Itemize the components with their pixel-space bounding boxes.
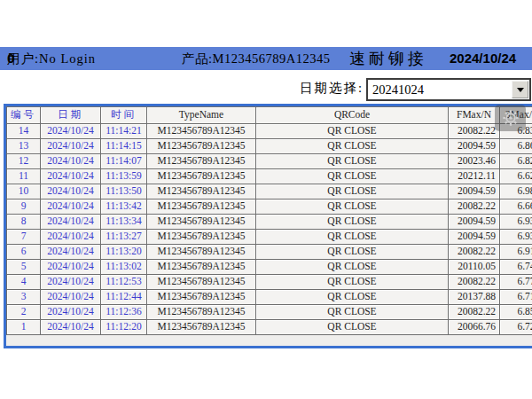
cell-id: 5	[7, 260, 41, 275]
cell-date: 2024/10/24	[41, 200, 101, 215]
table-row[interactable]: 62024/10/2411:13:20M123456789A12345QR CL…	[7, 245, 532, 260]
cell-id: 10	[7, 184, 41, 200]
cell-time: 11:12:20	[101, 320, 147, 335]
cell-time: 11:13:27	[101, 230, 147, 245]
table-row[interactable]: 72024/10/2411:13:27M123456789A12345QR CL…	[7, 230, 532, 245]
cell-type: M123456789A12345	[147, 230, 256, 245]
cell-type: M123456789A12345	[147, 305, 256, 320]
cell-time: 11:13:20	[101, 245, 147, 260]
table-row[interactable]: 22024/10/2411:12:36M123456789A12345QR CL…	[7, 305, 532, 320]
cell-smax: 6.93	[500, 230, 532, 245]
app-window: 0 用户:No Login 产品:M123456789A12345 速耐铆接 2…	[0, 0, 532, 399]
table-row[interactable]: 132024/10/2411:14:15M123456789A12345QR C…	[7, 139, 532, 154]
cell-date: 2024/10/24	[41, 245, 101, 260]
date-combobox-value: 20241024	[368, 80, 512, 99]
table-header-row: 编号日期时间TypeNameQRCodeFMax/NSMax/mm	[7, 107, 532, 124]
cell-date: 2024/10/24	[41, 320, 101, 335]
cell-qrcode: QR CLOSE	[256, 305, 449, 320]
cell-type: M123456789A12345	[147, 184, 256, 200]
cell-id: 9	[7, 200, 41, 215]
cell-fmax: 20023.46	[449, 154, 500, 169]
cell-id: 14	[7, 124, 41, 139]
cell-smax: 6.72	[500, 320, 532, 335]
cell-time: 11:12:36	[101, 305, 147, 320]
cell-fmax: 20094.59	[449, 215, 500, 230]
table-row[interactable]: 142024/10/2411:14:21M123456789A12345QR C…	[7, 124, 532, 139]
cell-qrcode: QR CLOSE	[256, 275, 449, 290]
date-combobox[interactable]: 20241024	[366, 78, 531, 101]
cell-date: 2024/10/24	[41, 169, 101, 184]
cell-fmax: 20082.22	[449, 305, 500, 320]
cell-fmax: 20212.11	[449, 169, 500, 184]
column-header-type[interactable]: TypeName	[147, 107, 256, 124]
cell-fmax: 20110.05	[449, 260, 500, 275]
cell-time: 11:13:50	[101, 184, 147, 200]
combobox-dropdown-button[interactable]	[512, 81, 528, 98]
cell-smax: 6.74	[500, 260, 532, 275]
table-row[interactable]: 92024/10/2411:13:42M123456789A12345QR CL…	[7, 200, 532, 215]
cell-smax: 6.62	[500, 169, 532, 184]
table-row[interactable]: 82024/10/2411:13:34M123456789A12345QR CL…	[7, 215, 532, 230]
gear-icon	[495, 105, 526, 131]
cell-qrcode: QR CLOSE	[256, 260, 449, 275]
product-label: 产品:M123456789A12345	[182, 47, 330, 70]
cell-fmax: 20082.22	[449, 245, 500, 260]
cell-smax: 6.93	[500, 215, 532, 230]
cell-id: 7	[7, 230, 41, 245]
cell-qrcode: QR CLOSE	[256, 124, 449, 139]
cell-type: M123456789A12345	[147, 200, 256, 215]
cell-qrcode: QR CLOSE	[256, 184, 449, 200]
column-header-qrcode[interactable]: QRCode	[256, 107, 449, 124]
cell-qrcode: QR CLOSE	[256, 169, 449, 184]
column-header-id[interactable]: 编号	[7, 107, 41, 124]
table-row[interactable]: 102024/10/2411:13:50M123456789A12345QR C…	[7, 184, 532, 200]
cell-id: 8	[7, 215, 41, 230]
cell-type: M123456789A12345	[147, 290, 256, 305]
table-row[interactable]: 52024/10/2411:13:02M123456789A12345QR CL…	[7, 260, 532, 275]
records-grid: 编号日期时间TypeNameQRCodeFMax/NSMax/mm 142024…	[6, 106, 532, 335]
table-row[interactable]: 12024/10/2411:12:20M123456789A12345QR CL…	[7, 320, 532, 335]
cell-type: M123456789A12345	[147, 169, 256, 184]
cell-date: 2024/10/24	[41, 305, 101, 320]
cell-qrcode: QR CLOSE	[256, 290, 449, 305]
column-header-time[interactable]: 时间	[101, 107, 147, 124]
cell-date: 2024/10/24	[41, 290, 101, 305]
cell-type: M123456789A12345	[147, 245, 256, 260]
cell-fmax: 20082.22	[449, 200, 500, 215]
cell-date: 2024/10/24	[41, 230, 101, 245]
cell-time: 11:13:59	[101, 169, 147, 184]
app-title: 速耐铆接	[349, 47, 427, 70]
cell-smax: 6.82	[500, 154, 532, 169]
cell-time: 11:12:44	[101, 290, 147, 305]
cell-smax: 6.98	[500, 184, 532, 200]
cell-fmax: 20094.59	[449, 139, 500, 154]
table-row[interactable]: 122024/10/2411:14:07M123456789A12345QR C…	[7, 154, 532, 169]
cell-time: 11:13:34	[101, 215, 147, 230]
cell-id: 3	[7, 290, 41, 305]
cell-qrcode: QR CLOSE	[256, 230, 449, 245]
cell-date: 2024/10/24	[41, 215, 101, 230]
cell-fmax: 20066.76	[449, 320, 500, 335]
cell-type: M123456789A12345	[147, 124, 256, 139]
cell-date: 2024/10/24	[41, 124, 101, 139]
column-header-date[interactable]: 日期	[41, 107, 101, 124]
cell-qrcode: QR CLOSE	[256, 200, 449, 215]
table-row[interactable]: 112024/10/2411:13:59M123456789A12345QR C…	[7, 169, 532, 184]
cell-type: M123456789A12345	[147, 320, 256, 335]
cell-qrcode: QR CLOSE	[256, 154, 449, 169]
cell-date: 2024/10/24	[41, 184, 101, 200]
cell-type: M123456789A12345	[147, 260, 256, 275]
header-bar: 0 用户:No Login 产品:M123456789A12345 速耐铆接 2…	[0, 47, 532, 70]
table-row[interactable]: 42024/10/2411:12:53M123456789A12345QR CL…	[7, 275, 532, 290]
chevron-down-icon	[517, 88, 524, 92]
cell-fmax: 20082.22	[449, 124, 500, 139]
cell-time: 11:14:15	[101, 139, 147, 154]
column-header-fmax[interactable]: FMax/N	[449, 107, 500, 124]
cell-smax: 6.86	[500, 139, 532, 154]
table-row[interactable]: 32024/10/2411:12:44M123456789A12345QR CL…	[7, 290, 532, 305]
cell-qrcode: QR CLOSE	[256, 320, 449, 335]
cell-qrcode: QR CLOSE	[256, 139, 449, 154]
records-table: 编号日期时间TypeNameQRCodeFMax/NSMax/mm 142024…	[4, 104, 532, 348]
cell-type: M123456789A12345	[147, 275, 256, 290]
cell-date: 2024/10/24	[41, 154, 101, 169]
